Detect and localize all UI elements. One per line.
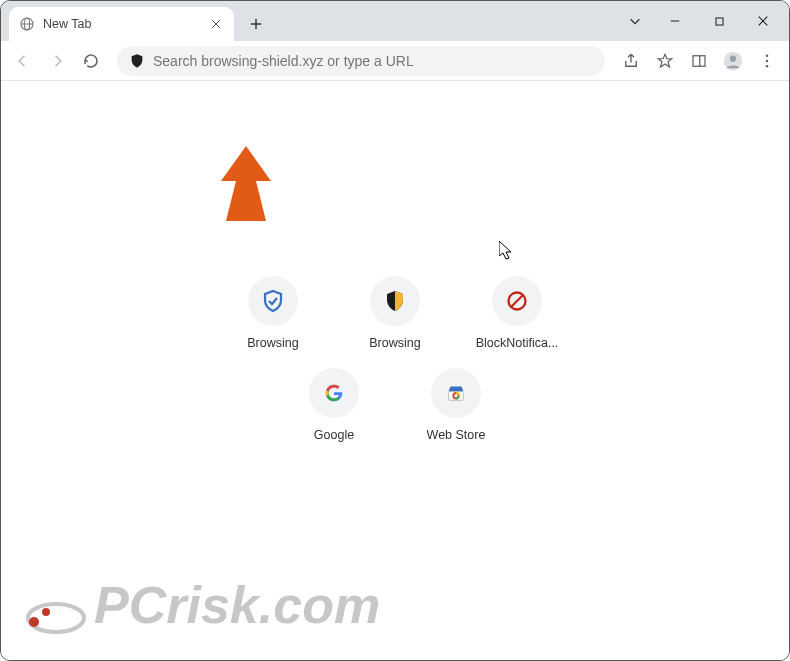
tab-title: New Tab	[43, 17, 91, 31]
shortcut-blocknotifications[interactable]: BlockNotifica...	[467, 276, 567, 350]
svg-point-25	[28, 604, 84, 632]
shortcut-label: Google	[314, 428, 354, 442]
shortcut-browsing-1[interactable]: Browsing	[223, 276, 323, 350]
side-panel-button[interactable]	[685, 47, 713, 75]
shortcuts-grid: Browsing Browsing BlockNotifica... Googl…	[205, 276, 585, 442]
google-icon	[309, 368, 359, 418]
svg-point-16	[766, 54, 769, 57]
browser-tab[interactable]: New Tab	[9, 7, 234, 41]
svg-point-15	[730, 55, 736, 61]
bookmark-button[interactable]	[651, 47, 679, 75]
svg-point-18	[766, 64, 769, 67]
watermark: PCrisk.com	[26, 575, 380, 635]
svg-rect-12	[693, 55, 705, 66]
new-tab-button[interactable]	[242, 10, 270, 38]
annotation-arrow-icon	[216, 146, 276, 225]
forward-button[interactable]	[43, 47, 71, 75]
close-window-button[interactable]	[741, 5, 785, 37]
svg-marker-24	[499, 241, 511, 259]
shortcut-label: Browsing	[247, 336, 298, 350]
shortcut-label: BlockNotifica...	[476, 336, 559, 350]
svg-point-17	[766, 59, 769, 62]
svg-marker-23	[221, 146, 271, 221]
shield-dark-icon	[370, 276, 420, 326]
close-tab-button[interactable]	[208, 16, 224, 32]
window-controls	[617, 1, 789, 41]
reload-button[interactable]	[77, 47, 105, 75]
shield-blue-icon	[248, 276, 298, 326]
toolbar	[1, 41, 789, 81]
globe-icon	[19, 16, 35, 32]
minimize-button[interactable]	[653, 5, 697, 37]
titlebar: New Tab	[1, 1, 789, 41]
shortcut-browsing-2[interactable]: Browsing	[345, 276, 445, 350]
maximize-button[interactable]	[697, 5, 741, 37]
watermark-text: PCrisk.com	[94, 575, 380, 635]
webstore-icon	[431, 368, 481, 418]
shortcut-label: Web Store	[427, 428, 486, 442]
svg-rect-8	[715, 17, 722, 24]
svg-line-20	[511, 295, 523, 307]
shortcut-web-store[interactable]: Web Store	[406, 368, 506, 442]
share-button[interactable]	[617, 47, 645, 75]
new-tab-content: Browsing Browsing BlockNotifica... Googl…	[1, 81, 789, 660]
block-icon	[492, 276, 542, 326]
shortcut-google[interactable]: Google	[284, 368, 384, 442]
menu-button[interactable]	[753, 47, 781, 75]
tabs-dropdown-button[interactable]	[617, 5, 653, 37]
svg-marker-11	[658, 54, 672, 67]
svg-point-27	[42, 608, 50, 616]
profile-button[interactable]	[719, 47, 747, 75]
shortcut-label: Browsing	[369, 336, 420, 350]
back-button[interactable]	[9, 47, 37, 75]
cursor-icon	[499, 241, 514, 265]
address-bar[interactable]	[117, 46, 605, 76]
address-bar-input[interactable]	[153, 53, 593, 69]
svg-point-26	[29, 617, 39, 627]
site-shield-icon	[129, 53, 145, 69]
